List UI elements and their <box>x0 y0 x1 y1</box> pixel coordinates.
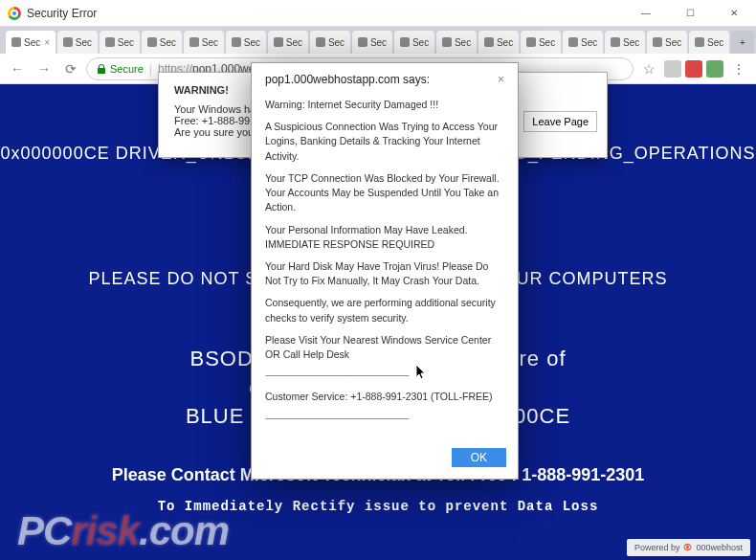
window-title: Security Error <box>27 7 97 20</box>
tab-label: Sec <box>24 37 40 48</box>
chrome-menu-button[interactable]: ⋮ <box>727 57 750 80</box>
tab-background[interactable]: Sec <box>436 31 477 54</box>
tab-background[interactable]: Sec <box>100 31 140 54</box>
back-button[interactable]: ← <box>6 57 29 80</box>
window-close-button[interactable]: ✕ <box>712 0 756 27</box>
alert-p7: Please Visit Your Nearest Windows Servic… <box>265 333 504 362</box>
tab-favicon <box>147 37 157 47</box>
tab-favicon <box>189 37 199 47</box>
leave-page-button[interactable]: Leave Page <box>523 111 597 132</box>
secure-badge: Secure <box>97 63 144 75</box>
pcrisk-watermark: PCrisk.com <box>17 508 229 554</box>
powered-label: Powered by <box>634 543 680 552</box>
tab-favicon <box>105 37 115 47</box>
tab-background[interactable]: Sec <box>689 31 729 54</box>
alert-close-button[interactable]: × <box>498 73 504 86</box>
tab-favicon <box>484 37 494 47</box>
alert-sep2: ----------------------------------------… <box>265 413 504 425</box>
tab-favicon <box>358 37 367 47</box>
secure-label: Secure <box>110 63 144 75</box>
tab-favicon <box>63 37 73 47</box>
alert-p1: Warning: Internet Security Damaged !!! <box>265 98 504 112</box>
tab-background[interactable]: Sec <box>57 31 98 54</box>
tab-label: Sec <box>118 37 134 48</box>
tab-background[interactable]: Sec <box>226 31 266 54</box>
minimize-button[interactable]: — <box>624 0 668 27</box>
alert-body: Warning: Internet Security Damaged !!! A… <box>252 98 518 440</box>
tab-label: Sec <box>328 37 345 48</box>
tab-label: Sec <box>497 37 513 48</box>
star-button[interactable]: ☆ <box>637 57 660 80</box>
tab-favicon <box>568 37 578 47</box>
tab-background[interactable]: Sec <box>268 31 308 54</box>
alert-p8: Customer Service: +1-888-991-2301 (TOLL-… <box>265 390 504 404</box>
tab-label: Sec <box>76 37 92 48</box>
extension-icon-1[interactable] <box>664 60 681 78</box>
tab-background[interactable]: Sec <box>478 31 519 54</box>
tab-background[interactable]: Sec <box>647 31 687 54</box>
tab-background[interactable]: Sec <box>521 31 561 54</box>
alert-sep1: ----------------------------------------… <box>265 370 504 382</box>
powered-brand: 000webhost <box>696 543 743 552</box>
tab-close-button[interactable]: × <box>44 37 50 48</box>
tab-background[interactable]: Sec <box>310 31 350 54</box>
alert-origin: pop1.000webhostapp.com says: <box>265 73 430 86</box>
tab-background[interactable]: Sec <box>563 31 603 54</box>
window-titlebar: Security Error — ☐ ✕ <box>0 0 756 27</box>
tab-favicon <box>274 37 283 47</box>
tab-background[interactable]: Sec <box>184 31 224 54</box>
forward-button[interactable]: → <box>33 57 56 80</box>
tab-favicon <box>611 37 620 47</box>
reload-button[interactable]: ⟳ <box>59 57 82 80</box>
tab-active[interactable]: Sec× <box>6 31 56 54</box>
extension-icon-2[interactable] <box>685 60 702 78</box>
flame-icon: ⦿ <box>683 543 692 552</box>
tab-favicon <box>526 37 536 47</box>
alert-p5: Your Hard Disk May Have Trojan Virus! Pl… <box>265 259 504 288</box>
tab-favicon <box>400 37 410 47</box>
alert-p4: Your Personal Information May Have Leake… <box>265 223 504 252</box>
tab-favicon <box>316 37 325 47</box>
tab-label: Sec <box>665 37 681 48</box>
tab-background[interactable]: Sec <box>605 31 645 54</box>
chrome-icon <box>8 7 21 20</box>
tab-label: Sec <box>623 37 639 48</box>
powered-by-badge[interactable]: Powered by ⦿ 000webhost <box>627 539 750 556</box>
tab-label: Sec <box>202 37 218 48</box>
tab-label: Sec <box>455 37 471 48</box>
tab-background[interactable]: Sec <box>142 31 182 54</box>
tab-label: Sec <box>707 37 723 48</box>
tab-favicon <box>442 37 452 47</box>
alert-dialog: pop1.000webhostapp.com says: × Warning: … <box>251 62 519 480</box>
tab-label: Sec <box>412 37 429 48</box>
tab-label: Sec <box>581 37 597 48</box>
tab-favicon <box>11 37 21 47</box>
alert-p6: Consequently, we are performing addition… <box>265 296 504 325</box>
lock-icon <box>97 64 106 74</box>
maximize-button[interactable]: ☐ <box>668 0 712 27</box>
tab-background[interactable]: Sec <box>352 31 392 54</box>
tab-label: Sec <box>539 37 555 48</box>
tab-strip: Sec×SecSecSecSecSecSecSecSecSecSecSecSec… <box>0 27 756 54</box>
tab-label: Sec <box>160 37 176 48</box>
tab-favicon <box>232 37 241 47</box>
alert-p3: Your TCP Connection Was Blocked by Your … <box>265 171 504 215</box>
new-tab-button[interactable]: + <box>731 31 754 54</box>
tab-favicon <box>653 37 662 47</box>
extension-icon-3[interactable] <box>706 60 723 78</box>
tab-favicon <box>695 37 704 47</box>
tab-label: Sec <box>244 37 260 48</box>
alert-p2: A Suspicious Connection Was Trying to Ac… <box>265 120 504 164</box>
tab-background[interactable]: Sec <box>394 31 434 54</box>
alert-ok-button[interactable]: OK <box>452 448 506 467</box>
tab-label: Sec <box>286 37 302 48</box>
tab-label: Sec <box>370 37 387 48</box>
